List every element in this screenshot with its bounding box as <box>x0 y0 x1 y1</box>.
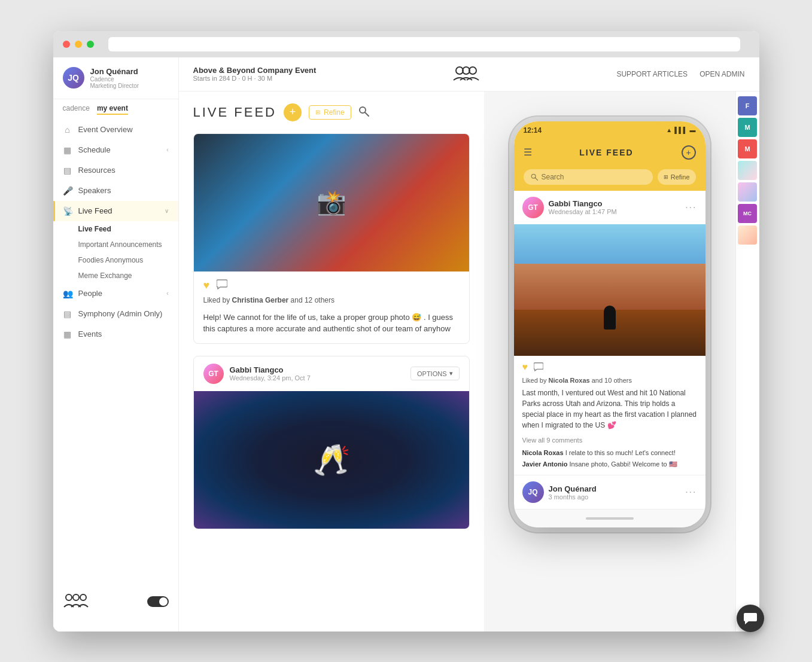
calendar-icon: ▦ <box>63 145 72 155</box>
phone-panel: 12:14 ▲ ▌▌▌ ▬ ☰ LIVE FEED + <box>484 91 735 632</box>
phone-like-button-1[interactable]: ♥ <box>522 362 528 373</box>
chat-icon <box>744 612 757 625</box>
like-button-1[interactable]: ♥ <box>203 279 210 292</box>
phone-comment-2: Javier Antonio Insane photo, Gabbi! Welc… <box>514 459 705 475</box>
avatar: JQ <box>63 67 84 89</box>
sidebar-subitem-announcements[interactable]: Important Announcements <box>53 237 178 252</box>
post-author-name-2: Gabbi Tiangco <box>230 365 311 374</box>
right-avatars: F M M MC <box>735 91 759 632</box>
chevron-icon: ‹ <box>166 147 168 153</box>
sidebar-logo <box>63 591 89 612</box>
sidebar-item-speakers[interactable]: 🎤 Speakers <box>53 181 178 201</box>
post-body-1: Help! We cannot for the life of us, take… <box>194 308 469 343</box>
feed-header: LIVE FEED + ⊞ Refine <box>193 103 470 121</box>
feed-title: LIVE FEED <box>193 105 276 120</box>
chevron-right-icon: ‹ <box>166 290 168 297</box>
close-dot[interactable] <box>63 41 70 48</box>
feed-panel: LIVE FEED + ⊞ Refine <box>179 91 484 632</box>
post-header-2: GT Gabbi Tiangco Wednesday, 3:24 pm, Oct… <box>194 356 469 391</box>
post-image-2: 🥂 <box>194 391 469 529</box>
home-icon: ⌂ <box>63 125 72 135</box>
sidebar: JQ Jon Quénard Cadence Marketing Directo… <box>53 57 179 632</box>
avatar-photo1[interactable] <box>738 161 757 180</box>
tab-cadence[interactable]: cadence <box>63 104 90 115</box>
options-button-2[interactable]: OPTIONS ▾ <box>410 367 460 380</box>
sidebar-item-event-overview[interactable]: ⌂ Event Overview <box>53 120 178 140</box>
search-button[interactable] <box>358 106 369 119</box>
phone-bottom-bar <box>514 510 705 527</box>
app-layout: JQ Jon Quénard Cadence Marketing Directo… <box>53 57 759 632</box>
svg-point-1 <box>73 594 79 600</box>
phone-post-image-1 <box>514 224 705 356</box>
sidebar-subitem-foodies[interactable]: Foodies Anonymous <box>53 252 178 268</box>
address-bar[interactable] <box>108 37 740 51</box>
phone-menu-icon[interactable]: ☰ <box>524 147 532 158</box>
sidebar-subitem-meme[interactable]: Meme Exchange <box>53 268 178 283</box>
event-countdown: Starts in 284 D · 0 H · 30 M <box>193 75 317 82</box>
phone-post-1: GT Gabbi Tiangco Wednesday at 1:47 PM ··… <box>514 191 705 476</box>
admin-icon: ▤ <box>63 309 72 319</box>
tab-my-event[interactable]: my event <box>97 104 128 115</box>
avatar-mc[interactable]: MC <box>738 204 757 223</box>
user-company: Cadence <box>90 76 139 83</box>
browser-window: JQ Jon Quénard Cadence Marketing Directo… <box>53 31 759 632</box>
avatar-m1[interactable]: M <box>738 118 757 137</box>
avatar-photo3[interactable] <box>738 225 757 245</box>
phone-options-1[interactable]: ··· <box>685 202 697 213</box>
phone-view-comments-1[interactable]: View all 9 comments <box>514 437 705 447</box>
phone-search-input[interactable]: Search <box>524 169 653 185</box>
sidebar-item-live-feed[interactable]: 📡 Live Feed ∨ <box>53 201 178 221</box>
avatar-m2[interactable]: M <box>738 139 757 158</box>
sidebar-item-events[interactable]: ▦ Events <box>53 324 178 344</box>
phone-refine-button[interactable]: ⊞ Refine <box>658 169 696 185</box>
toggle-switch[interactable] <box>147 596 169 607</box>
sidebar-item-symphony[interactable]: ▤ Symphony (Admin Only) <box>53 304 178 324</box>
phone-header: ☰ LIVE FEED + <box>514 139 705 166</box>
phone-search-bar: Search ⊞ Refine <box>514 166 705 191</box>
avatar-f[interactable]: F <box>738 96 757 115</box>
sidebar-item-schedule[interactable]: ▦ Schedule ‹ <box>53 140 178 160</box>
search-icon <box>358 106 369 117</box>
sidebar-item-resources[interactable]: ▤ Resources <box>53 160 178 181</box>
phone-add-icon[interactable]: + <box>682 145 696 160</box>
phone-avatar-1: GT <box>522 197 544 218</box>
wifi-icon: ▲ <box>666 127 672 133</box>
refine-button[interactable]: ⊞ Refine <box>309 105 351 120</box>
event-title: Above & Beyond Company Event <box>193 66 317 75</box>
doc-icon: ▤ <box>63 166 72 175</box>
open-admin-link[interactable]: OPEN ADMIN <box>700 70 744 78</box>
phone-options-2[interactable]: ··· <box>685 487 697 498</box>
person-silhouette <box>604 306 616 330</box>
header-brand-icon <box>451 63 481 81</box>
minimize-dot[interactable] <box>75 41 82 48</box>
chat-bubble-button[interactable] <box>737 605 764 632</box>
maximize-dot[interactable] <box>87 41 94 48</box>
phone-author-1: Gabbi Tiangco <box>549 199 617 208</box>
main-area: Above & Beyond Company Event Starts in 2… <box>179 57 759 632</box>
support-articles-link[interactable]: SUPPORT ARTICLES <box>616 70 688 78</box>
main-header: Above & Beyond Company Event Starts in 2… <box>179 57 759 91</box>
svg-line-9 <box>535 178 537 180</box>
phone-comment-1: Nicola Roxas I relate to this so much! L… <box>514 447 705 459</box>
post-likes-1: Liked by Christina Gerber and 12 others <box>194 296 469 308</box>
phone-search-icon <box>531 173 538 181</box>
brand-logo-icon <box>63 591 89 608</box>
phone-likes-1: Liked by Nicola Roxas and 10 others <box>514 377 705 388</box>
battery-icon: ▬ <box>690 127 696 133</box>
avatar-photo2[interactable] <box>738 182 757 202</box>
header-logo <box>451 63 481 85</box>
phone-post-2: JQ Jon Quénard 3 months ago ··· <box>514 475 705 510</box>
comment-button-1[interactable] <box>217 279 227 292</box>
sidebar-subitem-live-feed[interactable]: Live Feed <box>53 221 178 237</box>
nav-items: ⌂ Event Overview ▦ Schedule ‹ ▤ Resource… <box>53 120 178 582</box>
phone-comment-icon <box>534 362 543 371</box>
phone-comment-button-1[interactable] <box>534 362 543 373</box>
sidebar-item-people[interactable]: 👥 People ‹ <box>53 283 178 304</box>
phone-date-1: Wednesday at 1:47 PM <box>549 208 617 215</box>
add-post-button[interactable]: + <box>284 103 302 121</box>
mic-icon: 🎤 <box>63 186 72 196</box>
people-icon: 👥 <box>63 289 72 298</box>
active-bar <box>53 201 55 221</box>
phone-time: 12:14 <box>524 126 542 135</box>
signal-icon: ▌▌▌ <box>674 127 687 133</box>
